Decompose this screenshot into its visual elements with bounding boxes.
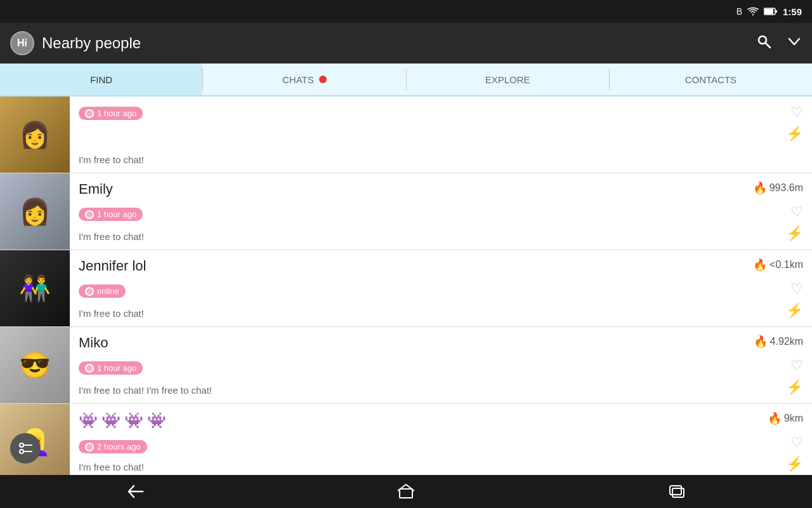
user-emoji-row: 👾👾👾👾 [79, 411, 727, 429]
emoji-icon: 👾 [79, 411, 98, 429]
wifi-icon [747, 7, 759, 16]
menu-icon [18, 443, 32, 454]
svg-line-4 [766, 43, 770, 48]
status-badge: online [79, 284, 126, 298]
tab-explore[interactable]: EXPLORE [407, 64, 609, 95]
heart-icon[interactable]: ♡ [790, 281, 803, 297]
status-badge: 1 hour ago [79, 361, 143, 375]
badge-text: 1 hour ago [97, 210, 136, 219]
action-icons: ♡ ⚡ [786, 434, 803, 472]
svg-point-5 [20, 443, 23, 447]
svg-rect-1 [764, 9, 773, 14]
tab-find[interactable]: FIND [0, 64, 202, 95]
user-name: Jennifer lol [79, 258, 727, 274]
status-icons: B 1:59 [737, 6, 802, 17]
badge-text: 2 hours ago [97, 442, 141, 451]
heart-icon[interactable]: ♡ [790, 104, 803, 121]
list-item[interactable]: 👱‍♀️ 👾👾👾👾 2 hours ago I'm free to chat! … [0, 404, 812, 475]
user-avatar: 👩 [0, 173, 70, 250]
user-content: Emily 1 hour ago I'm free to chat! [70, 173, 736, 250]
heart-icon[interactable]: ♡ [790, 204, 803, 220]
user-right: ♡ ⚡ [736, 97, 812, 173]
app-bar: Hi Nearby people [0, 23, 812, 64]
tab-chats[interactable]: CHATS [203, 64, 405, 95]
action-icons: ♡ ⚡ [786, 204, 803, 242]
emoji-icon: 👾 [102, 411, 121, 429]
bolt-icon[interactable]: ⚡ [786, 225, 803, 242]
emoji-icon: 👾 [147, 411, 166, 429]
app-bar-actions [756, 34, 802, 53]
distance-row: 🔥 4.92km [754, 335, 803, 349]
distance-row: 🔥 9km [768, 411, 803, 425]
user-message: I'm free to chat! [79, 231, 727, 242]
user-right: 🔥 993.6m ♡ ⚡ [736, 173, 812, 250]
svg-point-6 [20, 450, 23, 453]
user-name: Miko [79, 335, 727, 351]
badge-text: online [97, 286, 119, 296]
fab-menu[interactable] [10, 433, 41, 464]
user-right: 🔥 4.92km ♡ ⚡ [736, 327, 812, 403]
user-content: 👾👾👾👾 2 hours ago I'm free to chat! [70, 404, 736, 475]
bluetooth-icon: B [737, 6, 742, 17]
distance-row: 🔥 <0.1km [753, 258, 803, 272]
svg-rect-10 [400, 489, 412, 498]
fire-icon: 🔥 [768, 411, 782, 425]
bolt-icon[interactable]: ⚡ [786, 302, 803, 319]
action-icons: ♡ ⚡ [786, 104, 803, 142]
search-icon[interactable] [756, 34, 771, 53]
emoji-icon: 👾 [124, 411, 143, 429]
badge-location-icon [85, 364, 94, 373]
badge-location-icon [85, 210, 94, 219]
user-message: I'm free to chat! [79, 462, 727, 472]
badge-location-icon [85, 287, 94, 296]
status-badge: 2 hours ago [79, 440, 147, 453]
status-badge: 1 hour ago [79, 208, 143, 221]
user-message: I'm free to chat! I'm free to chat! [79, 385, 727, 396]
user-avatar: 👫 [0, 250, 70, 326]
heart-icon[interactable]: ♡ [790, 434, 803, 451]
tabs-container: FIND CHATS EXPLORE CONTACTS [0, 64, 812, 97]
user-right: 🔥 9km ♡ ⚡ [736, 404, 812, 475]
user-avatar: 😎 [0, 327, 70, 403]
heart-icon[interactable]: ♡ [790, 358, 803, 374]
list-item[interactable]: 😎 Miko 1 hour ago I'm free to chat! I'm … [0, 327, 812, 404]
dropdown-icon[interactable] [787, 34, 802, 53]
user-right: 🔥 <0.1km ♡ ⚡ [736, 250, 812, 326]
status-time: 1:59 [783, 6, 802, 17]
distance-value: 9km [784, 413, 803, 424]
user-avatar: 👩 [0, 97, 70, 173]
app-title: Nearby people [42, 34, 749, 52]
bolt-icon[interactable]: ⚡ [786, 456, 803, 472]
bolt-icon[interactable]: ⚡ [786, 126, 803, 142]
home-button[interactable] [387, 479, 425, 504]
user-content: 1 hour ago I'm free to chat! [70, 97, 736, 173]
list-item[interactable]: 👩 1 hour ago I'm free to chat! ♡ ⚡ [0, 97, 812, 173]
action-icons: ♡ ⚡ [786, 358, 803, 396]
user-content: Jennifer lol online I'm free to chat! [70, 250, 736, 326]
badge-text: 1 hour ago [97, 109, 136, 118]
list-item[interactable]: 👩 Emily 1 hour ago I'm free to chat! 🔥 9… [0, 173, 812, 250]
user-list: 👩 1 hour ago I'm free to chat! ♡ ⚡ 👩 Emi… [0, 97, 812, 475]
back-button[interactable] [116, 479, 154, 504]
badge-location-icon [85, 109, 94, 118]
distance-value: <0.1km [769, 259, 803, 271]
fire-icon: 🔥 [753, 181, 767, 195]
user-content: Miko 1 hour ago I'm free to chat! I'm fr… [70, 327, 736, 403]
distance-value: 993.6m [769, 182, 803, 194]
recents-button[interactable] [658, 479, 696, 504]
list-item[interactable]: 👫 Jennifer lol online I'm free to chat! … [0, 250, 812, 327]
svg-rect-12 [672, 488, 684, 497]
svg-rect-2 [775, 10, 777, 13]
status-bar: B 1:59 [0, 0, 812, 23]
bottom-nav [0, 475, 812, 508]
user-message: I'm free to chat! [79, 154, 727, 165]
distance-row: 🔥 993.6m [753, 181, 803, 195]
tab-contacts[interactable]: CONTACTS [610, 64, 812, 95]
app-logo: Hi [10, 31, 34, 55]
bolt-icon[interactable]: ⚡ [786, 379, 803, 396]
fire-icon: 🔥 [754, 335, 768, 349]
chats-badge [319, 76, 327, 83]
battery-icon [764, 8, 778, 15]
svg-rect-11 [670, 486, 681, 495]
badge-text: 1 hour ago [97, 363, 136, 373]
